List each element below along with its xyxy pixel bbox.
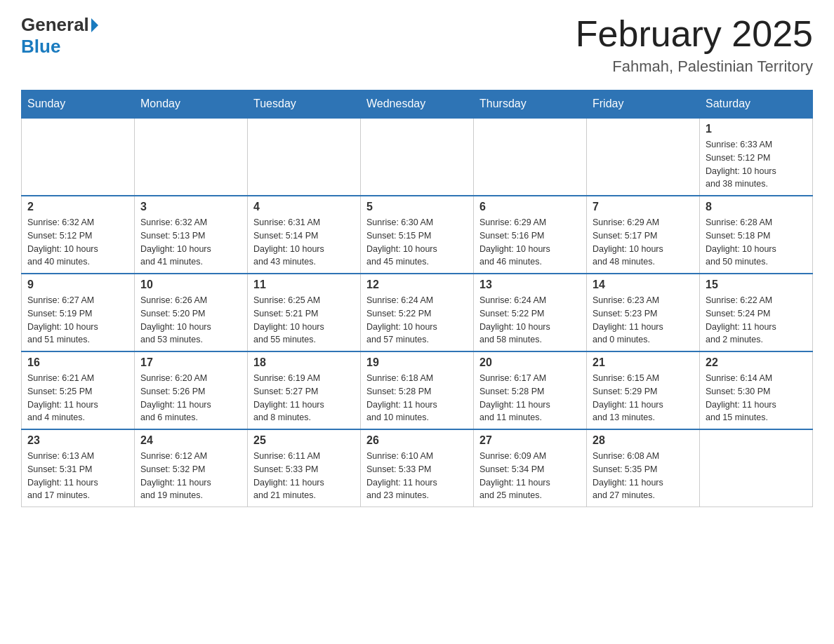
calendar-cell: 7Sunrise: 6:29 AMSunset: 5:17 PMDaylight…: [587, 196, 700, 274]
calendar-cell: 20Sunrise: 6:17 AMSunset: 5:28 PMDayligh…: [474, 351, 587, 429]
day-info: Sunrise: 6:22 AMSunset: 5:24 PMDaylight:…: [706, 294, 807, 347]
day-info: Sunrise: 6:26 AMSunset: 5:20 PMDaylight:…: [140, 294, 241, 347]
calendar-cell: [587, 118, 700, 196]
day-number: 19: [366, 356, 468, 369]
day-info: Sunrise: 6:24 AMSunset: 5:22 PMDaylight:…: [479, 294, 581, 347]
day-info: Sunrise: 6:23 AMSunset: 5:23 PMDaylight:…: [593, 294, 694, 347]
calendar-cell: [248, 118, 361, 196]
day-number: 16: [27, 356, 128, 369]
day-number: 20: [479, 356, 581, 369]
day-info: Sunrise: 6:25 AMSunset: 5:21 PMDaylight:…: [253, 294, 355, 347]
calendar-cell: 12Sunrise: 6:24 AMSunset: 5:22 PMDayligh…: [361, 274, 474, 351]
day-number: 10: [140, 279, 241, 291]
calendar-header-row: SundayMondayTuesdayWednesdayThursdayFrid…: [22, 90, 813, 119]
day-info: Sunrise: 6:10 AMSunset: 5:33 PMDaylight:…: [366, 450, 468, 502]
day-number: 15: [706, 279, 807, 291]
calendar-cell: 26Sunrise: 6:10 AMSunset: 5:33 PMDayligh…: [361, 429, 474, 507]
logo-general: General: [21, 14, 98, 36]
calendar-cell: 1Sunrise: 6:33 AMSunset: 5:12 PMDaylight…: [700, 118, 813, 196]
calendar-cell: [474, 118, 587, 196]
calendar-cell: 9Sunrise: 6:27 AMSunset: 5:19 PMDaylight…: [22, 274, 135, 351]
calendar-cell: 22Sunrise: 6:14 AMSunset: 5:30 PMDayligh…: [700, 351, 813, 429]
calendar-cell: 24Sunrise: 6:12 AMSunset: 5:32 PMDayligh…: [135, 429, 248, 507]
calendar-table: SundayMondayTuesdayWednesdayThursdayFrid…: [21, 90, 813, 507]
day-number: 28: [593, 434, 694, 447]
calendar-cell: 28Sunrise: 6:08 AMSunset: 5:35 PMDayligh…: [587, 429, 700, 507]
day-number: 7: [593, 201, 694, 213]
day-info: Sunrise: 6:09 AMSunset: 5:34 PMDaylight:…: [479, 450, 581, 502]
calendar-week-4: 16Sunrise: 6:21 AMSunset: 5:25 PMDayligh…: [22, 351, 813, 429]
day-number: 21: [593, 356, 694, 369]
day-info: Sunrise: 6:19 AMSunset: 5:27 PMDaylight:…: [253, 372, 355, 424]
calendar-cell: [700, 429, 813, 507]
weekday-header-wednesday: Wednesday: [361, 90, 474, 119]
day-info: Sunrise: 6:20 AMSunset: 5:26 PMDaylight:…: [140, 372, 241, 424]
weekday-header-sunday: Sunday: [22, 90, 135, 119]
day-info: Sunrise: 6:21 AMSunset: 5:25 PMDaylight:…: [27, 372, 128, 424]
day-info: Sunrise: 6:17 AMSunset: 5:28 PMDaylight:…: [479, 372, 581, 424]
day-number: 26: [366, 434, 468, 447]
calendar-cell: 13Sunrise: 6:24 AMSunset: 5:22 PMDayligh…: [474, 274, 587, 351]
day-info: Sunrise: 6:28 AMSunset: 5:18 PMDaylight:…: [706, 216, 807, 269]
calendar-cell: 14Sunrise: 6:23 AMSunset: 5:23 PMDayligh…: [587, 274, 700, 351]
calendar-cell: [361, 118, 474, 196]
calendar-cell: [22, 118, 135, 196]
day-number: 22: [706, 356, 807, 369]
calendar-cell: 2Sunrise: 6:32 AMSunset: 5:12 PMDaylight…: [22, 196, 135, 274]
day-number: 8: [706, 201, 807, 213]
logo-blue: Blue: [21, 36, 60, 58]
location-title: Fahmah, Palestinian Territory: [576, 58, 813, 76]
weekday-header-tuesday: Tuesday: [248, 90, 361, 119]
day-number: 27: [479, 434, 581, 447]
day-info: Sunrise: 6:27 AMSunset: 5:19 PMDaylight:…: [27, 294, 128, 347]
weekday-header-monday: Monday: [135, 90, 248, 119]
calendar-week-1: 1Sunrise: 6:33 AMSunset: 5:12 PMDaylight…: [22, 118, 813, 196]
day-info: Sunrise: 6:12 AMSunset: 5:32 PMDaylight:…: [140, 450, 241, 502]
month-title: February 2025: [576, 14, 813, 54]
day-number: 23: [27, 434, 128, 447]
calendar-cell: 16Sunrise: 6:21 AMSunset: 5:25 PMDayligh…: [22, 351, 135, 429]
day-info: Sunrise: 6:29 AMSunset: 5:17 PMDaylight:…: [593, 216, 694, 269]
day-info: Sunrise: 6:31 AMSunset: 5:14 PMDaylight:…: [253, 216, 355, 269]
day-info: Sunrise: 6:14 AMSunset: 5:30 PMDaylight:…: [706, 372, 807, 424]
day-info: Sunrise: 6:08 AMSunset: 5:35 PMDaylight:…: [593, 450, 694, 502]
calendar-cell: 8Sunrise: 6:28 AMSunset: 5:18 PMDaylight…: [700, 196, 813, 274]
calendar-cell: 10Sunrise: 6:26 AMSunset: 5:20 PMDayligh…: [135, 274, 248, 351]
day-number: 6: [479, 201, 581, 213]
calendar-cell: 4Sunrise: 6:31 AMSunset: 5:14 PMDaylight…: [248, 196, 361, 274]
calendar-week-3: 9Sunrise: 6:27 AMSunset: 5:19 PMDaylight…: [22, 274, 813, 351]
logo-arrow-icon: [91, 18, 98, 32]
weekday-header-thursday: Thursday: [474, 90, 587, 119]
day-info: Sunrise: 6:32 AMSunset: 5:12 PMDaylight:…: [27, 216, 128, 269]
calendar-week-5: 23Sunrise: 6:13 AMSunset: 5:31 PMDayligh…: [22, 429, 813, 507]
day-number: 24: [140, 434, 241, 447]
day-number: 12: [366, 279, 468, 291]
weekday-header-saturday: Saturday: [700, 90, 813, 119]
day-info: Sunrise: 6:30 AMSunset: 5:15 PMDaylight:…: [366, 216, 468, 269]
calendar-cell: 19Sunrise: 6:18 AMSunset: 5:28 PMDayligh…: [361, 351, 474, 429]
day-info: Sunrise: 6:24 AMSunset: 5:22 PMDaylight:…: [366, 294, 468, 347]
day-number: 5: [366, 201, 468, 213]
day-number: 9: [27, 279, 128, 291]
day-number: 17: [140, 356, 241, 369]
title-section: February 2025 Fahmah, Palestinian Territ…: [576, 14, 813, 76]
day-number: 1: [706, 123, 807, 135]
calendar-week-2: 2Sunrise: 6:32 AMSunset: 5:12 PMDaylight…: [22, 196, 813, 274]
calendar-cell: 25Sunrise: 6:11 AMSunset: 5:33 PMDayligh…: [248, 429, 361, 507]
calendar-cell: 6Sunrise: 6:29 AMSunset: 5:16 PMDaylight…: [474, 196, 587, 274]
weekday-header-friday: Friday: [587, 90, 700, 119]
calendar-cell: 3Sunrise: 6:32 AMSunset: 5:13 PMDaylight…: [135, 196, 248, 274]
calendar-cell: 15Sunrise: 6:22 AMSunset: 5:24 PMDayligh…: [700, 274, 813, 351]
day-info: Sunrise: 6:29 AMSunset: 5:16 PMDaylight:…: [479, 216, 581, 269]
calendar-cell: 5Sunrise: 6:30 AMSunset: 5:15 PMDaylight…: [361, 196, 474, 274]
day-info: Sunrise: 6:18 AMSunset: 5:28 PMDaylight:…: [366, 372, 468, 424]
day-info: Sunrise: 6:13 AMSunset: 5:31 PMDaylight:…: [27, 450, 128, 502]
calendar-cell: [135, 118, 248, 196]
logo: General Blue: [21, 14, 98, 58]
day-number: 4: [253, 201, 355, 213]
page-header: General Blue February 2025 Fahmah, Pales…: [21, 14, 813, 76]
calendar-cell: 21Sunrise: 6:15 AMSunset: 5:29 PMDayligh…: [587, 351, 700, 429]
day-number: 3: [140, 201, 241, 213]
day-number: 11: [253, 279, 355, 291]
day-number: 25: [253, 434, 355, 447]
